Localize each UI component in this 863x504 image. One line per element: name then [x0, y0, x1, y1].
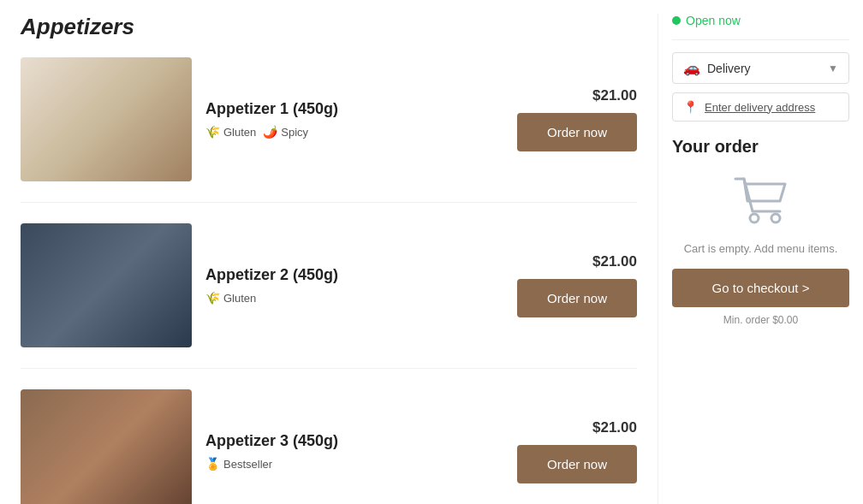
item-tag: 🌶️ Spicy	[263, 125, 308, 139]
open-status-dot	[672, 16, 681, 25]
item-details: Appetizer 1 (450g) 🌾 Gluten 🌶️ Spicy	[192, 100, 500, 139]
item-tags: 🌾 Gluten 🌶️ Spicy	[205, 125, 486, 139]
menu-item: Appetizer 3 (450g) 🏅 Bestseller $21.00 O…	[21, 389, 637, 504]
car-icon: 🚗	[683, 60, 700, 76]
item-price-action: $21.00 Order now	[500, 253, 637, 317]
section-title: Appetizers	[21, 14, 637, 40]
menu-items-container: Appetizer 1 (450g) 🌾 Gluten 🌶️ Spicy $21…	[21, 57, 637, 504]
your-order-title: Your order	[672, 137, 849, 157]
menu-section: Appetizers Appetizer 1 (450g) 🌾 Gluten 🌶…	[0, 14, 658, 504]
tag-icon: 🌾	[205, 291, 220, 305]
svg-point-0	[750, 214, 759, 222]
delivery-label: Delivery	[707, 62, 821, 75]
item-price: $21.00	[592, 253, 637, 270]
item-details: Appetizer 2 (450g) 🌾 Gluten	[192, 266, 500, 305]
item-price-action: $21.00 Order now	[500, 419, 637, 483]
item-name: Appetizer 1 (450g)	[205, 100, 486, 118]
order-sidebar: Open now 🚗 Delivery ▼ 📍 Enter delivery a…	[658, 14, 863, 504]
cart-icon	[727, 170, 795, 230]
order-now-button[interactable]: Order now	[517, 279, 637, 317]
item-image	[21, 389, 192, 504]
item-price: $21.00	[592, 419, 637, 436]
menu-item: Appetizer 1 (450g) 🌾 Gluten 🌶️ Spicy $21…	[21, 57, 637, 203]
item-image	[21, 223, 192, 347]
item-tags: 🏅 Bestseller	[205, 457, 486, 471]
item-name: Appetizer 3 (450g)	[205, 432, 486, 450]
location-icon: 📍	[683, 100, 698, 114]
status-row: Open now	[672, 14, 849, 40]
tag-label: Bestseller	[223, 458, 272, 471]
item-tag: 🏅 Bestseller	[205, 457, 272, 471]
order-now-button[interactable]: Order now	[517, 113, 637, 151]
item-details: Appetizer 3 (450g) 🏅 Bestseller	[192, 432, 500, 471]
svg-point-1	[771, 214, 780, 222]
tag-label: Spicy	[281, 126, 308, 139]
tag-icon: 🌶️	[263, 125, 277, 139]
tag-icon: 🏅	[205, 457, 220, 471]
tag-icon: 🌾	[205, 125, 220, 139]
delivery-selector[interactable]: 🚗 Delivery ▼	[672, 52, 849, 84]
chevron-down-icon: ▼	[828, 62, 838, 74]
cart-empty-text: Cart is empty. Add menu items.	[672, 242, 849, 255]
item-tag: 🌾 Gluten	[205, 291, 256, 305]
item-name: Appetizer 2 (450g)	[205, 266, 486, 284]
tag-label: Gluten	[223, 126, 256, 139]
order-now-button[interactable]: Order now	[517, 445, 637, 483]
min-order-text: Min. order $0.00	[672, 314, 849, 326]
item-image	[21, 57, 192, 181]
item-price: $21.00	[592, 87, 637, 104]
delivery-address-link[interactable]: Enter delivery address	[705, 101, 815, 114]
cart-icon-container	[672, 170, 849, 230]
tag-label: Gluten	[223, 292, 256, 305]
menu-item: Appetizer 2 (450g) 🌾 Gluten $21.00 Order…	[21, 223, 637, 369]
item-tag: 🌾 Gluten	[205, 125, 256, 139]
address-row[interactable]: 📍 Enter delivery address	[672, 92, 849, 122]
open-status-text: Open now	[686, 14, 741, 27]
item-price-action: $21.00 Order now	[500, 87, 637, 151]
item-tags: 🌾 Gluten	[205, 291, 486, 305]
checkout-button[interactable]: Go to checkout >	[672, 269, 849, 307]
